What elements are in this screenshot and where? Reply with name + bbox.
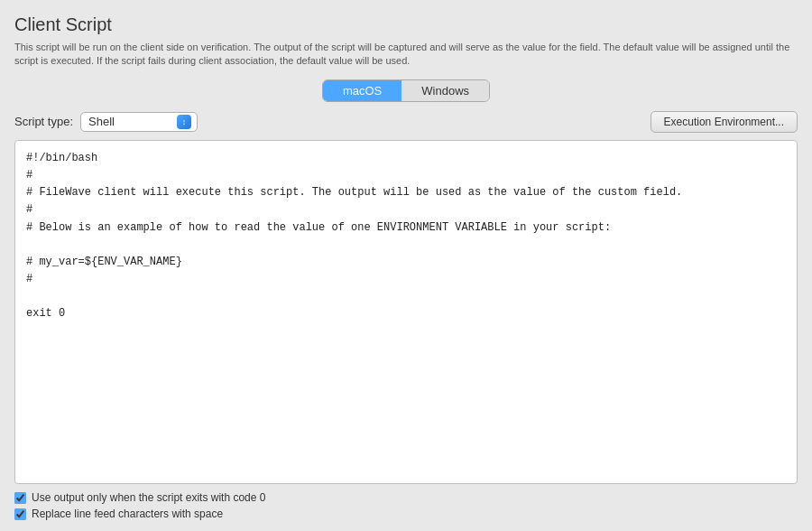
checkbox-exit-code[interactable]: Use output only when the script exits wi… (14, 491, 798, 504)
checkbox-line-feed-input[interactable] (14, 508, 26, 520)
tab-macos[interactable]: macOS (323, 80, 401, 101)
script-type-value: Shell (88, 115, 115, 128)
script-type-label: Script type: (14, 115, 73, 128)
description: This script will be run on the client si… (14, 41, 798, 69)
checkbox-line-feed[interactable]: Replace line feed characters with space (14, 508, 798, 520)
page-container: Client Script This script will be run on… (0, 0, 812, 531)
checkboxes-row: Use output only when the script exits wi… (14, 491, 798, 520)
tab-windows[interactable]: Windows (401, 80, 489, 101)
checkbox-line-feed-label: Replace line feed characters with space (32, 508, 223, 520)
toolbar-row: Script type: Shell ↕ Execution Environme… (14, 111, 798, 133)
script-type-select[interactable]: Shell ↕ (80, 112, 198, 132)
checkbox-exit-code-input[interactable] (14, 492, 26, 504)
tab-group: macOS Windows (322, 79, 490, 102)
checkbox-exit-code-label: Use output only when the script exits wi… (32, 491, 265, 504)
script-editor[interactable]: #!/bin/bash # # FileWave client will exe… (14, 140, 798, 484)
exec-env-button[interactable]: Execution Environment... (651, 111, 798, 133)
tab-bar: macOS Windows (14, 79, 798, 102)
page-title: Client Script (14, 14, 798, 35)
select-arrow-icon: ↕ (177, 115, 191, 129)
